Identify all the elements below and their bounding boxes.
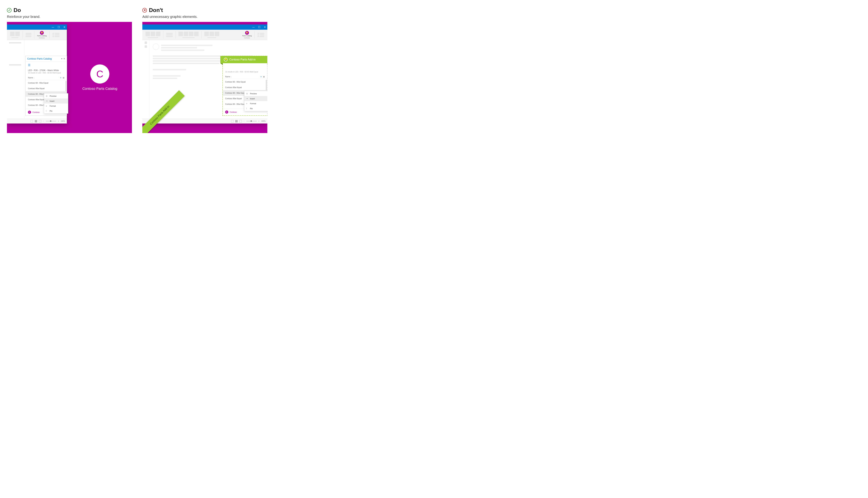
avatar-icon <box>153 43 159 50</box>
filter-breadcrumb: LED - R30 - 2700K - Warm White <box>26 68 67 72</box>
brand-badge-icon: C <box>28 110 31 114</box>
context-menu: ◎Preview ⇥Insert ≡Format ⟟Pin <box>44 93 68 114</box>
task-pane: Contoso Parts Catalog ▾ ✕ 💡 Contoso Part… <box>222 56 267 116</box>
taskpane-close-icon[interactable]: ✕ <box>63 57 65 60</box>
pin-icon[interactable]: ▾ <box>61 57 62 60</box>
zoom-level: 100% <box>60 120 65 122</box>
do-check-icon: ✓ <box>7 8 12 13</box>
brand-caption: Contoso Parts Catalog <box>82 87 117 91</box>
format-icon: ≡ <box>46 105 48 107</box>
view-web-icon[interactable] <box>240 120 242 122</box>
list-item[interactable]: Contoso 60 - 65w Equal <box>26 80 67 86</box>
brand-logo-icon: C <box>90 64 109 83</box>
view-reading-icon[interactable] <box>235 120 238 122</box>
zoom-out-icon[interactable]: − <box>43 120 44 122</box>
ribbon: 💡 Parts Catalog Contoso <box>7 30 67 40</box>
grid-view-icon[interactable]: ▦ <box>263 76 265 78</box>
list-item[interactable]: Contoso 60 - 65w Equal <box>223 79 267 84</box>
do-subtitle: Reinforce your brand. <box>7 15 132 19</box>
menu-format[interactable]: ≡Format <box>244 101 267 106</box>
mail-gutter <box>143 40 149 118</box>
brand-name: Contoso <box>32 111 40 113</box>
brand-name: Contoso <box>230 111 237 113</box>
column-name[interactable]: Name <box>225 76 230 78</box>
lightbulb-icon: 💡 <box>245 31 249 35</box>
list-item[interactable]: Contoso 85w Equal <box>26 86 67 91</box>
menu-preview[interactable]: ◎Preview <box>44 93 68 99</box>
sort-asc-icon[interactable]: ↓ <box>33 77 35 79</box>
list-item[interactable]: Contoso 85w Equal <box>223 84 267 90</box>
menu-pin[interactable]: ⟟Pin <box>44 108 68 114</box>
decorative-banner: 💡 Contoso Parts Add-in <box>220 56 267 63</box>
view-normal-icon[interactable] <box>231 120 233 122</box>
menu-format[interactable]: ≡Format <box>44 104 68 108</box>
pin-item-icon: ⟟ <box>46 110 48 112</box>
insert-icon: ⇥ <box>46 100 48 102</box>
pin-item-icon: ⟟ <box>246 107 248 109</box>
dont-heading: Don't <box>149 7 163 13</box>
do-stage: C Contoso Parts Catalog — ☐ ✕ <box>7 22 132 133</box>
zoom-in-icon[interactable]: + <box>58 120 59 122</box>
insert-icon: ⇥ <box>246 97 248 100</box>
context-menu: ◎Preview ⇥Insert ≡Format ⟟Pin <box>244 91 267 111</box>
dont-x-icon: ✕ <box>143 8 147 13</box>
task-pane: Contoso Parts Catalog ▾ ✕ ☰ LED - R30 - … <box>25 56 67 116</box>
maximize-icon[interactable]: ☐ <box>258 26 260 28</box>
dont-stage: Contoso Parts Add-in — ☐ ✕ <box>143 22 267 133</box>
column-name[interactable]: Name <box>28 77 33 79</box>
status-bar: − + 100% <box>7 119 67 123</box>
sort-asc-icon[interactable]: ↓ <box>231 76 232 78</box>
ribbon-addin-button[interactable]: 💡 Parts Catalog Contoso <box>241 31 253 39</box>
ribbon: 💡 Parts Catalog Contoso <box>143 30 267 40</box>
window-titlebar: — ☐ ✕ <box>143 25 267 30</box>
ribbon-addin-button[interactable]: 💡 Parts Catalog Contoso <box>36 31 48 39</box>
zoom-level: 100% <box>261 120 266 122</box>
minimize-icon[interactable]: — <box>52 26 54 28</box>
menu-insert[interactable]: ⇥Insert <box>244 96 267 101</box>
view-reading-icon[interactable] <box>35 120 37 122</box>
list-view-icon[interactable]: ≡ <box>261 76 262 78</box>
app-window-do: — ☐ ✕ <box>7 25 67 123</box>
dont-subtitle: Add unnecessary graphic elements. <box>143 15 267 19</box>
results-count: 16 results in LED - R30 - 60-65 Watt Equ… <box>223 70 267 75</box>
close-icon[interactable]: ✕ <box>63 26 66 28</box>
preview-icon: ◎ <box>46 95 48 97</box>
menu-preview[interactable]: ◎Preview <box>244 91 267 96</box>
format-icon: ≡ <box>246 103 248 105</box>
grid-view-icon[interactable]: ▦ <box>63 77 64 79</box>
menu-pin[interactable]: ⟟Pin <box>244 106 267 111</box>
zoom-out-icon[interactable]: − <box>244 120 245 122</box>
lightbulb-outline-icon: 💡 <box>224 58 228 62</box>
do-heading: Do <box>14 7 21 13</box>
task-pane-title: Contoso Parts Catalog <box>27 57 52 60</box>
menu-insert[interactable]: ⇥Insert <box>44 99 68 104</box>
close-icon[interactable]: ✕ <box>264 26 266 28</box>
zoom-in-icon[interactable]: + <box>258 120 259 122</box>
brand-splash: C Contoso Parts Catalog <box>68 22 132 133</box>
hamburger-icon[interactable]: ☰ <box>26 62 67 68</box>
window-titlebar: — ☐ ✕ <box>7 25 67 30</box>
list-view-icon[interactable]: ≡ <box>60 77 61 79</box>
results-count: 16 results in LED - R30 - 60-65 Watt Equ… <box>26 72 67 76</box>
maximize-icon[interactable]: ☐ <box>58 26 60 28</box>
view-normal-icon[interactable] <box>30 120 33 122</box>
zoom-slider[interactable] <box>246 121 257 121</box>
brand-badge-icon: C <box>225 110 228 114</box>
minimize-icon[interactable]: — <box>252 26 255 28</box>
view-web-icon[interactable] <box>39 120 41 122</box>
lightbulb-icon: 💡 <box>40 31 44 35</box>
zoom-slider[interactable] <box>46 121 56 121</box>
preview-icon: ◎ <box>246 92 248 95</box>
